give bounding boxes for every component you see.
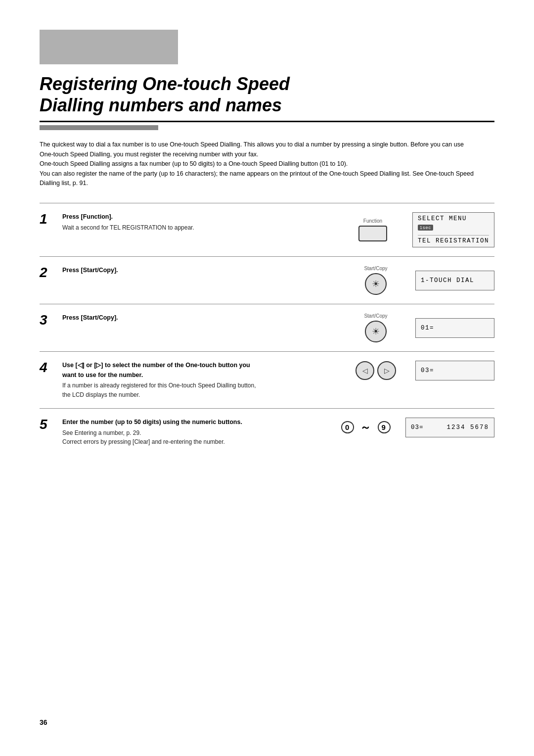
nav-right-button[interactable]: ▷ — [377, 361, 396, 380]
header-decorative-block — [40, 30, 178, 64]
step-3: 3 Press [Start/Copy]. Start/Copy ☀ 01= — [40, 304, 494, 351]
step-1-lcd: SELECT MENU 1sec TEL REGISTRATION — [412, 212, 494, 247]
start-copy-button-2[interactable]: ☀ — [365, 273, 387, 295]
function-button[interactable] — [358, 226, 387, 241]
step-4-content: Use [◁] or [▷] to select the number of t… — [62, 361, 260, 399]
step-2-lcd: 1-TOUCH DIAL — [415, 271, 494, 290]
step-2-title: Press [Start/Copy]. — [62, 266, 260, 275]
step-1-img-label: Function — [363, 218, 382, 224]
page-title: Registering One-touch Speed Dialling num… — [40, 73, 494, 116]
lcd-divider — [418, 235, 489, 236]
numeric-buttons-icon: 0 ～ 9 — [341, 420, 391, 435]
subtitle-bar — [40, 125, 158, 130]
page-number: 36 — [40, 718, 47, 726]
step-2-number: 2 — [40, 266, 58, 280]
step-5-lcd: 03= 1234 5678 — [405, 418, 494, 437]
step-4-image: ◁ ▷ — [346, 361, 405, 380]
lcd-03-left: 03= — [411, 424, 424, 431]
lcd-tag-1sec: 1sec — [418, 225, 433, 231]
step-3-content: Press [Start/Copy]. — [62, 313, 260, 324]
nav-left-button[interactable]: ◁ — [356, 361, 374, 380]
step-3-title: Press [Start/Copy]. — [62, 313, 260, 323]
step-4-title: Use [◁] or [▷] to select the number of t… — [62, 361, 260, 380]
step-3-number: 3 — [40, 313, 58, 327]
lcd-number-value: 1234 5678 — [446, 424, 489, 431]
step-4: 4 Use [◁] or [▷] to select the number of… — [40, 351, 494, 408]
step-1-title: Press [Function]. — [62, 212, 260, 222]
lcd-number-row: 03= 1234 5678 — [411, 424, 489, 431]
step-4-right: ◁ ▷ 03= — [336, 361, 494, 380]
lcd-line-tel-reg: TEL REGISTRATION — [418, 237, 489, 244]
step-2: 2 Press [Start/Copy]. Start/Copy ☀ 1-TOU… — [40, 256, 494, 304]
step-2-img-label: Start/Copy — [364, 266, 387, 271]
step-2-image: Start/Copy ☀ — [346, 266, 405, 295]
step-1-number: 1 — [40, 212, 58, 226]
step-5-right: 0 ～ 9 03= 1234 5678 — [336, 418, 494, 437]
step-1-right: Function SELECT MENU 1sec TEL REGISTRATI… — [336, 212, 494, 247]
lcd-line-select-menu: SELECT MENU — [418, 215, 467, 222]
step-1-desc: Wait a second for TEL REGISTRATION to ap… — [62, 223, 260, 233]
step-3-image: Start/Copy ☀ — [346, 313, 405, 342]
step-5-content: Enter the number (up to 50 digits) using… — [62, 418, 260, 447]
start-copy-button-3[interactable]: ☀ — [365, 321, 387, 342]
step-3-img-label: Start/Copy — [364, 313, 387, 319]
step-2-content: Press [Start/Copy]. — [62, 266, 260, 276]
step-3-lcd: 01= — [415, 318, 494, 338]
intro-text: The quickest way to dial a fax number is… — [40, 140, 475, 188]
lcd-01: 01= — [421, 325, 434, 331]
step-5-number: 5 — [40, 418, 58, 431]
step-3-right: Start/Copy ☀ 01= — [336, 313, 494, 342]
step-1-image: Function — [343, 218, 402, 241]
step-5-desc: See Entering a number, p. 29. Correct er… — [62, 428, 260, 447]
step-5-image: 0 ～ 9 — [336, 420, 396, 435]
step-2-right: Start/Copy ☀ 1-TOUCH DIAL — [336, 266, 494, 295]
step-4-number: 4 — [40, 361, 58, 375]
step-4-lcd: 03= — [415, 361, 494, 380]
steps-container: 1 Press [Function]. Wait a second for TE… — [40, 203, 494, 456]
lcd-03: 03= — [421, 367, 434, 374]
step-5-title: Enter the number (up to 50 digits) using… — [62, 418, 260, 427]
lcd-1-touch-dial: 1-TOUCH DIAL — [421, 277, 474, 284]
step-4-desc: If a number is already registered for th… — [62, 381, 260, 399]
step-1-content: Press [Function]. Wait a second for TEL … — [62, 212, 260, 232]
step-5: 5 Enter the number (up to 50 digits) usi… — [40, 408, 494, 456]
step-1: 1 Press [Function]. Wait a second for TE… — [40, 203, 494, 256]
title-rule — [40, 121, 494, 122]
